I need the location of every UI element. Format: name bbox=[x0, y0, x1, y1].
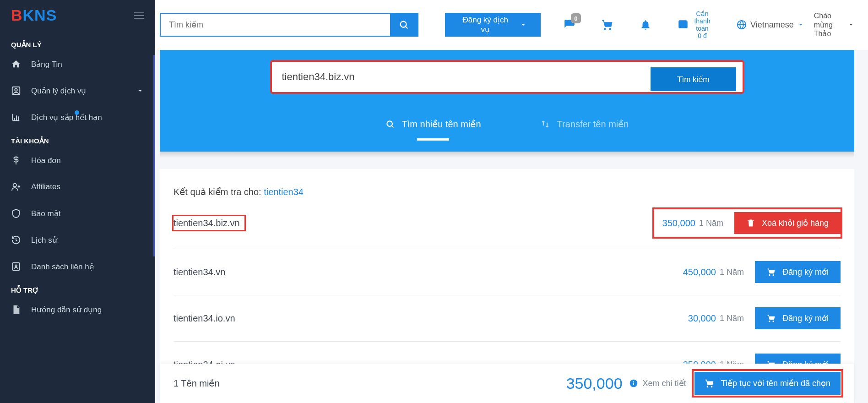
users-plus-icon bbox=[11, 182, 21, 192]
topbar: Đăng ký dịch vụ 0 Cần thanh toán 0 đ bbox=[155, 0, 868, 50]
document-icon bbox=[11, 305, 21, 315]
register-service-button[interactable]: Đăng ký dịch vụ bbox=[445, 13, 541, 37]
user-menu[interactable]: Chào mừng Thảo bbox=[814, 11, 854, 38]
chat-badge: 0 bbox=[571, 13, 581, 23]
cart-total: 350,000 bbox=[566, 375, 623, 392]
search-button[interactable] bbox=[390, 14, 418, 36]
cart-count: 1 Tên miền bbox=[174, 378, 566, 389]
sidebar-item-guide[interactable]: Hướng dẫn sử dụng bbox=[0, 296, 155, 323]
sidebar-item-security[interactable]: Bảo mật bbox=[0, 200, 155, 227]
svg-rect-10 bbox=[633, 382, 634, 385]
sidebar-section-support: HỖ TRỢ bbox=[0, 280, 155, 296]
result-period: 1 Năm bbox=[720, 314, 744, 323]
search-input[interactable] bbox=[161, 14, 390, 36]
search-icon bbox=[385, 120, 395, 129]
register-label: Đăng ký dịch vụ bbox=[459, 15, 512, 34]
results-title: Kết quả kiểm tra cho: tientien34 bbox=[174, 186, 841, 197]
svg-point-1 bbox=[15, 88, 17, 91]
results-title-prefix: Kết quả kiểm tra cho: bbox=[174, 187, 264, 197]
tab-transfer-domain[interactable]: Transfer tên miền bbox=[541, 119, 629, 135]
cart-icon bbox=[705, 378, 715, 388]
sidebar-item-label: Bảng Tin bbox=[31, 60, 62, 69]
sidebar-item-label: Lịch sử bbox=[31, 235, 57, 245]
contacts-icon bbox=[11, 261, 21, 272]
sidebar-section-manage: QUẢN LÝ bbox=[0, 34, 155, 51]
sidebar-item-contacts[interactable]: Danh sách liên hệ bbox=[0, 253, 155, 280]
result-domain: tientien34.biz.vn bbox=[174, 218, 654, 229]
sidebar: BKNS QUẢN LÝ Bảng Tin Quản lý dịch vụ Dị… bbox=[0, 0, 155, 403]
register-button[interactable]: Đăng ký mới bbox=[755, 261, 841, 283]
sidebar-item-invoices[interactable]: Hóa đơn bbox=[0, 147, 155, 174]
button-label: Xoá khỏi giỏ hàng bbox=[762, 218, 829, 228]
continue-button[interactable]: Tiếp tục với tên miền đã chọn bbox=[694, 372, 841, 395]
result-price: 30,000 bbox=[688, 313, 716, 324]
tab-multi-domain[interactable]: Tìm nhiều tên miền bbox=[385, 119, 481, 135]
sidebar-item-label: Quản lý dịch vụ bbox=[31, 86, 87, 96]
tab-label: Transfer tên miền bbox=[557, 119, 629, 130]
result-price: 450,000 bbox=[683, 267, 716, 278]
svg-rect-11 bbox=[633, 381, 634, 382]
user-card-icon bbox=[11, 86, 21, 96]
svg-point-6 bbox=[685, 25, 686, 26]
global-search bbox=[160, 13, 418, 37]
tab-label: Tìm nhiều tên miền bbox=[402, 119, 481, 130]
chevron-down-icon bbox=[520, 21, 527, 28]
sidebar-item-affiliates[interactable]: Affiliates bbox=[0, 174, 155, 200]
cart-footer: 1 Tên miền 350,000 Xem chi tiết Tiếp tục… bbox=[160, 364, 854, 403]
home-icon bbox=[11, 59, 21, 69]
svg-point-5 bbox=[400, 22, 406, 27]
language-label: Vietnamese bbox=[750, 20, 794, 30]
sidebar-item-history[interactable]: Lịch sử bbox=[0, 227, 155, 253]
result-period: 1 Năm bbox=[720, 267, 744, 277]
result-row: tientien34.vn 450,000 1 Năm Đăng ký mới bbox=[174, 249, 841, 295]
sidebar-item-services[interactable]: Quản lý dịch vụ bbox=[0, 77, 155, 104]
dollar-icon bbox=[11, 155, 21, 165]
register-button[interactable]: Đăng ký mới bbox=[755, 307, 841, 329]
info-icon[interactable] bbox=[629, 379, 638, 388]
trash-icon bbox=[746, 218, 755, 228]
pending-payment[interactable]: Cần thanh toán 0 đ bbox=[677, 10, 711, 39]
caret-down-icon bbox=[848, 22, 854, 28]
cart-icon[interactable] bbox=[601, 18, 614, 31]
history-icon bbox=[11, 235, 21, 245]
sidebar-section-account: TÀI KHOẢN bbox=[0, 131, 155, 147]
logo[interactable]: BKNS bbox=[11, 6, 57, 24]
hero-shadow bbox=[160, 152, 854, 158]
view-detail-link[interactable]: Xem chi tiết bbox=[643, 378, 686, 388]
language-switch[interactable]: Vietnamese bbox=[737, 20, 804, 30]
notification-dot bbox=[75, 110, 79, 115]
domain-search-input[interactable] bbox=[282, 71, 661, 83]
domain-search-card: Tìm kiếm bbox=[271, 61, 743, 93]
sidebar-item-label: Dịch vụ sắp hết hạn bbox=[31, 113, 102, 122]
bell-icon[interactable] bbox=[640, 19, 651, 31]
chevron-down-icon bbox=[136, 87, 144, 95]
menu-toggle-icon[interactable] bbox=[134, 12, 144, 19]
result-domain: tientien34.vn bbox=[174, 267, 683, 278]
domain-search-hero: Tìm kiếm Tìm nhiều tên miền Transfer tên… bbox=[160, 50, 854, 152]
sidebar-item-label: Hóa đơn bbox=[31, 156, 61, 165]
transfer-icon bbox=[541, 120, 550, 129]
pay-label: Cần thanh toán bbox=[694, 10, 711, 32]
domain-search-button[interactable]: Tìm kiếm bbox=[651, 67, 736, 91]
result-period: 1 Năm bbox=[699, 218, 723, 228]
result-row: tientien34.io.vn 30,000 1 Năm Đăng ký mớ… bbox=[174, 295, 841, 342]
results-panel: Kết quả kiểm tra cho: tientien34 tientie… bbox=[160, 169, 854, 387]
sidebar-item-label: Bảo mật bbox=[31, 209, 60, 218]
sidebar-item-dashboard[interactable]: Bảng Tin bbox=[0, 51, 155, 77]
button-label: Đăng ký mới bbox=[782, 267, 829, 277]
result-price: 350,000 bbox=[662, 218, 695, 229]
result-domain: tientien34.io.vn bbox=[174, 313, 688, 324]
cart-icon bbox=[767, 267, 776, 277]
sidebar-item-expiring[interactable]: Dịch vụ sắp hết hạn bbox=[0, 104, 155, 131]
pay-value: 0 đ bbox=[694, 32, 711, 39]
sidebar-item-label: Affiliates bbox=[31, 182, 60, 191]
sidebar-item-label: Hướng dẫn sử dụng bbox=[31, 305, 102, 315]
svg-point-4 bbox=[15, 265, 17, 267]
chart-icon bbox=[11, 112, 21, 122]
remove-from-cart-button[interactable]: Xoá khỏi giỏ hàng bbox=[734, 212, 841, 234]
svg-point-8 bbox=[387, 121, 392, 127]
result-row: tientien34.biz.vn 350,000 1 Năm Xoá khỏi… bbox=[174, 197, 841, 249]
results-query-link[interactable]: tientien34 bbox=[264, 187, 304, 197]
cart-icon bbox=[767, 314, 776, 323]
chat-icon[interactable]: 0 bbox=[564, 19, 575, 31]
